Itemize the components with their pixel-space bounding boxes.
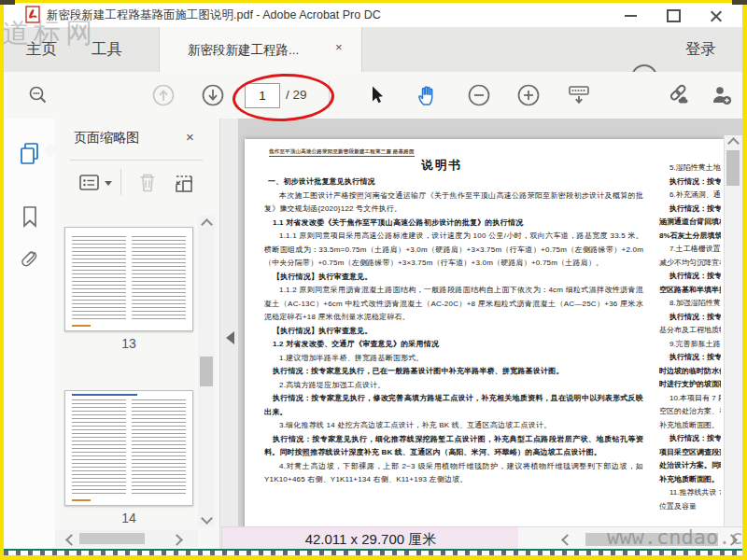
document-line: 项目采空区调查段落及参数一览表、 — [659, 446, 721, 460]
document-line: 空区路基和半填半挖路基处理方案中 — [659, 284, 721, 298]
document-line: 涵洞通道台背回填材料与桥梁台背回 — [659, 216, 721, 230]
document-line: 6.补充涵洞、通道台背回填处理 — [659, 189, 721, 203]
panel-scrollbar-thumb[interactable] — [200, 357, 213, 386]
document-line: 执行情况：按专家意见执行，补 — [659, 311, 721, 325]
panel-divider — [219, 119, 239, 549]
document-line: 执行情况：按专家意见执行，补 — [659, 351, 721, 365]
window-border-bottom — [0, 555, 747, 560]
document-view: 焦作至平顶山高速公路荥阳至新密段新建工程第三篇 路基路面 说明书 一、初步设计批… — [238, 119, 742, 549]
share-link-icon[interactable] — [667, 83, 691, 107]
page-display-icon[interactable] — [567, 83, 591, 107]
document-paragraph: 2.高填方路堤应加强工点设计。 — [264, 379, 643, 393]
panel-title: 页面缩略图 — [74, 130, 139, 147]
window-corner-left — [0, 0, 15, 5]
maximize-icon — [667, 9, 681, 22]
page-thumbnail-label: 14 — [64, 511, 193, 525]
thumbnail-text-column — [132, 236, 186, 320]
scroll-down-icon[interactable] — [201, 512, 213, 525]
window-border-top — [0, 0, 747, 3]
thumbnail-text-column — [132, 399, 186, 495]
page-thumbnail-image[interactable] — [64, 227, 193, 331]
thumbnail-options-icon[interactable] — [78, 171, 102, 195]
document-paragraph: 执行情况：按专家意见执行，已在一般路基设计图中补充半路半桥、拼宽路基设计图。 — [264, 365, 643, 379]
document-paragraph: 1.建议增加半路半桥、拼宽路基断面形式。 — [264, 352, 643, 366]
document-line: 补充地质断面图。 — [659, 473, 721, 487]
select-tool-icon[interactable] — [364, 83, 388, 107]
panel-vertical-scrollbar[interactable] — [198, 216, 215, 527]
document-line: 空区的处治方案、补充煤矿压覆区断 — [659, 405, 721, 419]
window-border-right — [742, 0, 747, 560]
scroll-left-icon[interactable] — [561, 534, 573, 546]
toolbar: / 29 — [4, 72, 742, 119]
zoom-out-icon[interactable] — [467, 83, 491, 107]
document-line: 9.完善膨胀土路基设计方案，对 — [659, 338, 721, 352]
document-line: 10.本项目有 7 段煤矿压覆区， — [659, 392, 721, 406]
options-caret-icon[interactable] — [105, 181, 112, 186]
document-paragraph: 【执行情况】执行审查意见。 — [264, 271, 643, 285]
search-icon[interactable] — [26, 83, 50, 107]
scroll-up-icon[interactable] — [201, 218, 213, 231]
attachments-panel-icon[interactable] — [17, 245, 43, 271]
zoom-in-icon[interactable] — [516, 83, 541, 107]
panel-hscrollbar-thumb[interactable] — [79, 533, 145, 544]
window-corner-right — [732, 0, 747, 5]
document-paragraph: 1.2 对省发改委、交通厅《审查意见》的采用情况 — [264, 338, 643, 352]
collapse-panel-icon[interactable] — [226, 331, 234, 344]
close-button[interactable] — [702, 7, 730, 25]
bookmarks-panel-icon[interactable] — [17, 203, 43, 230]
document-left-column: 一、初步设计批复意见执行情况本次施工图设计严格按照河南省交通运输厅《关于焦作至平… — [264, 175, 643, 487]
document-line: 基分布及工程地质特征。 — [659, 324, 721, 338]
pdf-page[interactable]: 焦作至平顶山高速公路荥阳至新密段新建工程第三篇 路基路面 说明书 一、初步设计批… — [245, 139, 724, 549]
previous-page-icon — [151, 83, 176, 107]
tab-tools[interactable]: 工具 — [92, 39, 122, 60]
document-horizontal-scrollbar[interactable] — [518, 526, 742, 552]
document-line: 执行情况：按专家意见执行，将 — [659, 175, 721, 189]
document-tab-close-icon[interactable] — [335, 40, 343, 54]
page-count-label: / 29 — [286, 88, 307, 102]
document-line: 执行情况：按专家意见执行，在 — [659, 203, 721, 217]
page-thumbnail-label: 13 — [64, 336, 193, 351]
page-running-header: 焦作至平顶山高速公路荥阳至新密段新建工程第三篇 路基路面 — [269, 148, 415, 157]
document-hscrollbar-thumb[interactable] — [585, 533, 718, 546]
sign-in-button[interactable]: 登录 — [685, 39, 716, 60]
page-thumbnail[interactable]: 13 — [64, 227, 193, 351]
thumbnail-text-column — [72, 236, 126, 320]
document-line: 11.推荐线共设 7 处弃土场，弃土 — [659, 486, 721, 500]
document-line: 8%石灰土分层填筑，石方路段的桥 — [659, 230, 721, 244]
page-thumbnails-panel-icon[interactable] — [17, 140, 43, 166]
page-thumbnail[interactable]: 14 — [64, 390, 193, 525]
scroll-right-icon[interactable] — [171, 534, 183, 546]
document-paragraph: 3.细化推荐线 14 处挖方高边坡工点设计，补充 BK 线、互通区高边坡工点设计… — [264, 419, 643, 433]
toolbar-divider — [329, 81, 330, 109]
maximize-button[interactable] — [659, 7, 687, 25]
hand-tool-icon[interactable] — [415, 83, 439, 107]
document-line: 位置及容量 — [659, 500, 721, 514]
document-scrollbar-thumb[interactable] — [726, 150, 740, 186]
document-line: 减少不均匀沉降宜布设于路床顶底面 — [659, 257, 721, 271]
document-vertical-scrollbar[interactable] — [724, 135, 742, 549]
document-paragraph: 执行情况：按专家意见执行，修改完善高填方路堤工点设计，补充相关地质资料，且在说明… — [264, 392, 643, 419]
scroll-right-icon[interactable] — [726, 534, 738, 546]
scroll-up-icon[interactable] — [727, 137, 740, 149]
minimize-button[interactable] — [616, 7, 644, 25]
next-page-icon[interactable] — [201, 83, 225, 107]
panel-horizontal-scrollbar[interactable] — [55, 530, 198, 547]
document-line: 5.湿陷性黄土地区的低填浅挖路 — [659, 161, 721, 175]
minimize-icon — [625, 15, 637, 17]
send-for-signature-icon[interactable] — [710, 83, 734, 107]
panel-close-icon[interactable] — [186, 129, 194, 145]
organize-pages-icon[interactable] — [173, 171, 197, 195]
thumbnail-text-column — [72, 399, 126, 495]
tab-bar: 主页 工具 新密段新建工程路... 登录 — [4, 27, 742, 72]
tab-document[interactable]: 新密段新建工程路... — [159, 27, 362, 72]
page-thumbnail-image[interactable] — [64, 390, 193, 506]
document-paragraph: 【执行情况】执行审查意见。 — [264, 325, 643, 339]
panel-toolbar-divider — [120, 169, 121, 195]
page-title: 说明书 — [339, 158, 544, 174]
page-thumbnails-panel: 页面缩略图 1314 — [55, 119, 219, 549]
tab-home[interactable]: 主页 — [26, 39, 57, 60]
page-number-input[interactable] — [245, 83, 280, 108]
scroll-left-icon[interactable] — [65, 534, 78, 546]
document-paragraph: 1.1 对省发改委《关于焦作至平顶山高速公路初步设计的批复》的执行情况 — [264, 217, 643, 231]
document-line: 时边坡的临时防水保湿设施（如：在 — [659, 365, 721, 379]
